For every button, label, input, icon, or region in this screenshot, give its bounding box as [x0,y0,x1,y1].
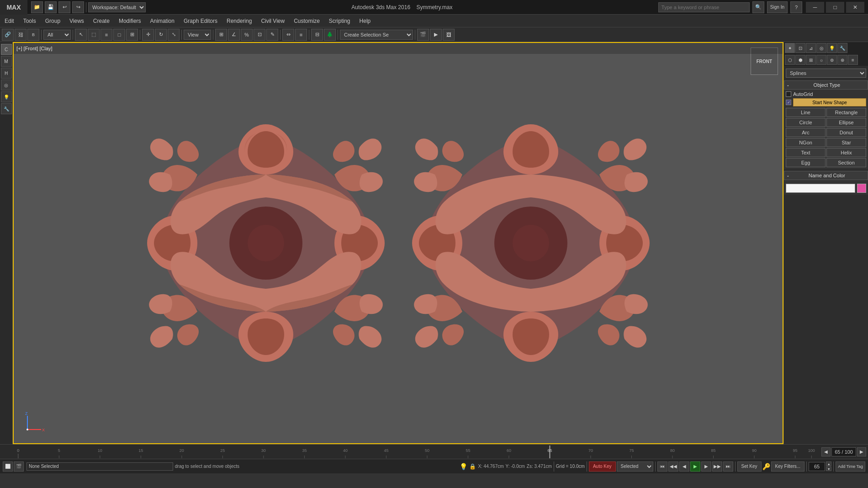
angle-snap[interactable]: ∠ [228,29,240,41]
move-btn[interactable]: ✛ [142,29,154,41]
render-setup[interactable]: 🎬 [417,29,429,41]
obj-btn-ngon[interactable]: NGon [786,138,826,147]
obj-btn-circle[interactable]: Circle [786,118,826,127]
viewport-icon2-btn[interactable]: 🎬 [14,461,24,472]
obj-btn-egg[interactable]: Egg [786,158,826,167]
bind-btn[interactable]: B [27,29,39,41]
goto-start-btn[interactable]: ⏮ [657,461,667,472]
splines-dropdown[interactable]: Splines [786,69,866,78]
goto-end-btn[interactable]: ⏭ [723,461,733,472]
timeline-ruler[interactable]: 0 5 10 15 20 25 30 35 40 [0,444,868,459]
menu-civil-view[interactable]: Civil View [256,16,289,26]
play-btn[interactable]: ▶ [690,461,700,472]
render-btn[interactable]: ▶ [430,29,442,41]
next-key-btn[interactable]: ▶▶ [712,461,722,472]
viewport[interactable]: [+] [Front] [Clay] FRONT [13,42,783,444]
autokey-btn[interactable]: Auto Key [589,461,616,472]
menu-customize[interactable]: Customize [289,16,324,26]
lt-utilities[interactable]: 🔧 [1,103,12,114]
prev-key-btn[interactable]: ◀◀ [668,461,678,472]
rp-tab-create[interactable]: ✦ [785,43,795,53]
menu-rendering[interactable]: Rendering [222,16,256,26]
rp-icon-6[interactable]: ⊛ [837,55,847,65]
obj-btn-text[interactable]: Text [786,148,826,157]
add-time-tag-btn[interactable]: Add Time Tag [836,461,865,472]
rp-icon-3[interactable]: ⊞ [806,55,816,65]
menu-views[interactable]: Views [65,16,89,26]
select-btn[interactable]: ↖ [75,29,87,41]
rp-icon-4[interactable]: ☼ [816,55,826,65]
maximize-btn[interactable]: □ [826,2,844,13]
object-type-header[interactable]: - Object Type [784,80,868,90]
menu-create[interactable]: Create [89,16,114,26]
rp-icon-7[interactable]: ≡ [848,55,858,65]
menu-group[interactable]: Group [41,16,65,26]
frame-down-btn[interactable]: ▼ [826,467,831,471]
rp-tab-display[interactable]: 💡 [827,43,837,53]
start-new-shape-checkbox[interactable]: ✓ [786,100,791,105]
obj-btn-ellipse[interactable]: Ellipse [826,118,866,127]
scale-btn[interactable]: ⤡ [168,29,180,41]
obj-btn-arc[interactable]: Arc [786,128,826,137]
frame-up-btn[interactable]: ▲ [826,461,831,466]
rp-tab-motion[interactable]: ◎ [816,43,826,53]
obj-btn-rectangle[interactable]: Rectangle [826,108,866,117]
spinner-snap[interactable]: ⊡ [254,29,265,41]
render-frame[interactable]: 🖼 [443,29,455,41]
obj-btn-star[interactable]: Star [826,138,866,147]
rp-tab-hierarchy[interactable]: ⊿ [806,43,816,53]
rp-tab-utilities[interactable]: 🔧 [837,43,847,53]
set-key-btn[interactable]: Set Key [737,461,762,472]
rp-icon-5[interactable]: ⊚ [827,55,837,65]
select-by-name-btn[interactable]: ≡ [101,29,112,41]
menu-tools[interactable]: Tools [19,16,41,26]
prev-frame-anim-btn[interactable]: ◀ [679,461,689,472]
close-btn[interactable]: ✕ [846,2,864,13]
selected-filter-dropdown[interactable]: Selected [617,461,653,472]
selection-set-dropdown[interactable]: Create Selection Se [340,30,413,40]
frame-number-input[interactable] [809,462,825,471]
obj-btn-helix[interactable]: Helix [826,148,866,157]
redo-btn[interactable]: ↪ [72,1,84,13]
select-region-btn[interactable]: ⬚ [88,29,100,41]
rect-select-btn[interactable]: □ [113,29,125,41]
save-btn[interactable]: 💾 [45,1,57,13]
view-dropdown[interactable]: View [184,30,211,40]
lt-motion[interactable]: ◎ [1,80,12,90]
rotate-btn[interactable]: ↻ [155,29,167,41]
menu-help[interactable]: Help [355,16,376,26]
search-input[interactable] [658,2,750,12]
lt-modify[interactable]: M [1,56,12,67]
menu-graph-editors[interactable]: Graph Editors [179,16,222,26]
rp-tab-modify[interactable]: ⊡ [795,43,805,53]
open-file-btn[interactable]: 📁 [31,1,43,13]
undo-btn[interactable]: ↩ [58,1,70,13]
obj-btn-donut[interactable]: Donut [826,128,866,137]
menu-edit[interactable]: Edit [0,16,19,26]
window-crossing-btn[interactable]: ⊞ [126,29,138,41]
key-filters-btn[interactable]: Key Filters... [771,461,805,472]
viewport-icon-btn[interactable]: ⬜ [3,461,13,472]
percent-snap[interactable]: % [241,29,253,41]
snap-toggle[interactable]: ⊞ [215,29,227,41]
mirror-btn[interactable]: ⇔ [282,29,294,41]
next-frame-btn[interactable]: ▶ [857,447,866,456]
rp-icon-1[interactable]: ⬡ [785,55,795,65]
rp-icon-2[interactable]: ⬢ [795,55,805,65]
menu-scripting[interactable]: Scripting [324,16,355,26]
object-name-input[interactable] [786,184,855,193]
help-btn[interactable]: ? [790,1,802,13]
align-btn[interactable]: ≡ [295,29,307,41]
name-and-color-header[interactable]: - Name and Color [784,171,868,180]
link-btn[interactable]: 🔗 [2,29,14,41]
signin-btn[interactable]: Sign In [767,1,788,13]
filter-dropdown[interactable]: All [43,30,71,40]
obj-btn-section[interactable]: Section [826,158,866,167]
prev-frame-btn[interactable]: ◀ [821,447,831,456]
obj-btn-line[interactable]: Line [786,108,826,117]
search-btn[interactable]: 🔍 [752,1,764,13]
scene-explorer[interactable]: 🌲 [324,29,336,41]
minimize-btn[interactable]: ─ [806,2,824,13]
menu-animation[interactable]: Animation [146,16,179,26]
layer-mgr[interactable]: ⊟ [311,29,323,41]
